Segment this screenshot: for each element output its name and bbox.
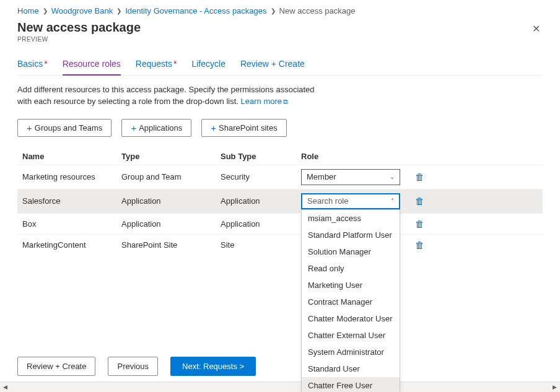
delete-icon[interactable]: 🗑 (413, 240, 426, 250)
cell-type: Group and Team (121, 172, 221, 181)
tab-basics[interactable]: Basics* (17, 59, 48, 75)
resources-table: Name Type Sub Type Role Marketing resour… (17, 148, 543, 255)
tab-review-create[interactable]: Review + Create (240, 59, 305, 75)
cell-subtype: Site (221, 240, 301, 250)
delete-icon[interactable]: 🗑 (413, 219, 426, 229)
tab-label: Review + Create (240, 59, 305, 69)
role-dropdown[interactable]: Member ⌄ (301, 169, 400, 185)
link-text: Learn more (241, 97, 282, 106)
add-sharepoint-button[interactable]: + SharePoint sites (201, 119, 286, 137)
breadcrumb-link[interactable]: Identity Governance - Access packages (125, 6, 266, 15)
role-option[interactable]: System Administrator (302, 344, 400, 360)
add-applications-button[interactable]: + Applications (121, 119, 191, 137)
role-option[interactable]: Solution Manager (302, 243, 400, 260)
add-resource-buttons: + Groups and Teams + Applications + Shar… (0, 108, 560, 137)
preview-badge: PREVIEW (17, 36, 141, 43)
button-label: Groups and Teams (35, 123, 103, 133)
page-header: New access package PREVIEW ✕ (0, 19, 560, 43)
plus-icon: + (131, 123, 136, 133)
required-indicator: * (44, 59, 47, 69)
tab-requests[interactable]: Requests* (136, 59, 177, 75)
table-row: MarketingContent SharePoint Site Site 🗑 (17, 234, 543, 255)
description-text: Add different resources to this access p… (0, 76, 335, 108)
role-placeholder: Search role (307, 196, 348, 206)
col-role: Role (301, 152, 413, 161)
button-label: SharePoint sites (219, 123, 278, 133)
cell-type: SharePoint Site (121, 240, 221, 250)
tab-label: Basics (17, 59, 43, 69)
role-option[interactable]: Standard Platform User (302, 227, 400, 243)
button-label: Applications (139, 123, 182, 133)
role-option[interactable]: Marketing User (302, 277, 400, 294)
role-value: Member (307, 172, 336, 181)
plus-icon: + (27, 123, 32, 133)
cell-subtype: Application (221, 196, 301, 206)
page-title: New access package (17, 20, 141, 35)
chevron-right-icon: ❯ (271, 7, 276, 14)
role-dropdown[interactable]: Search role ˄ (301, 193, 400, 209)
review-create-button[interactable]: Review + Create (17, 357, 95, 376)
col-type: Type (121, 152, 221, 161)
add-groups-button[interactable]: + Groups and Teams (17, 119, 112, 137)
cell-name: MarketingContent (22, 240, 121, 250)
scroll-right-icon[interactable]: ▶ (551, 384, 559, 390)
role-option[interactable]: Standard User (302, 360, 400, 377)
role-dropdown-panel[interactable]: msiam_accessStandard Platform UserSoluti… (301, 209, 400, 392)
breadcrumb-link[interactable]: Home (17, 6, 39, 15)
table-row: Salesforce Application Application Searc… (17, 189, 543, 213)
chevron-down-icon: ⌄ (390, 173, 395, 180)
cell-type: Application (121, 219, 221, 229)
learn-more-link[interactable]: Learn more⧉ (241, 97, 288, 106)
cell-subtype: Security (221, 172, 301, 181)
scroll-left-icon[interactable]: ◀ (1, 384, 9, 390)
col-name: Name (22, 152, 121, 161)
tab-resource-roles[interactable]: Resource roles (63, 59, 121, 75)
role-option[interactable]: Contract Manager (302, 294, 400, 310)
breadcrumb-current: New access package (279, 6, 356, 15)
chevron-right-icon: ❯ (116, 7, 121, 14)
role-option[interactable]: Read only (302, 260, 400, 277)
cell-type: Application (121, 196, 221, 206)
breadcrumb: Home ❯ Woodgrove Bank ❯ Identity Governa… (0, 0, 560, 19)
cell-name: Marketing resources (22, 172, 121, 181)
delete-icon[interactable]: 🗑 (413, 172, 426, 182)
table-header: Name Type Sub Type Role (17, 148, 543, 165)
table-row: Box Application Application 🗑 (17, 213, 543, 234)
horizontal-scrollbar[interactable]: ◀ ▶ (0, 381, 560, 392)
cell-name: Salesforce (22, 196, 121, 206)
chevron-right-icon: ❯ (43, 7, 48, 14)
external-link-icon: ⧉ (283, 98, 288, 105)
col-subtype: Sub Type (221, 152, 301, 161)
tab-lifecycle[interactable]: Lifecycle (191, 59, 225, 75)
previous-button[interactable]: Previous (108, 357, 158, 376)
cell-subtype: Application (221, 219, 301, 229)
role-option[interactable]: Chatter Free User (302, 377, 400, 392)
tabs: Basics* Resource roles Requests* Lifecyc… (17, 59, 543, 76)
role-option[interactable]: Chatter Moderator User (302, 310, 400, 327)
delete-icon[interactable]: 🗑 (413, 196, 426, 206)
tab-label: Lifecycle (191, 59, 225, 69)
chevron-up-icon: ˄ (391, 198, 394, 204)
breadcrumb-link[interactable]: Woodgrove Bank (51, 6, 113, 15)
next-button[interactable]: Next: Requests > (170, 357, 256, 376)
close-icon[interactable]: ✕ (530, 20, 543, 37)
plus-icon: + (211, 123, 216, 133)
table-row: Marketing resources Group and Team Secur… (17, 165, 543, 189)
tab-label: Resource roles (63, 59, 121, 69)
role-option[interactable]: Chatter External User (302, 327, 400, 344)
wizard-footer: Review + Create Previous Next: Requests … (17, 357, 256, 376)
role-option[interactable]: msiam_access (302, 210, 400, 227)
cell-name: Box (22, 219, 121, 229)
required-indicator: * (173, 59, 177, 69)
tab-label: Requests (136, 59, 172, 69)
